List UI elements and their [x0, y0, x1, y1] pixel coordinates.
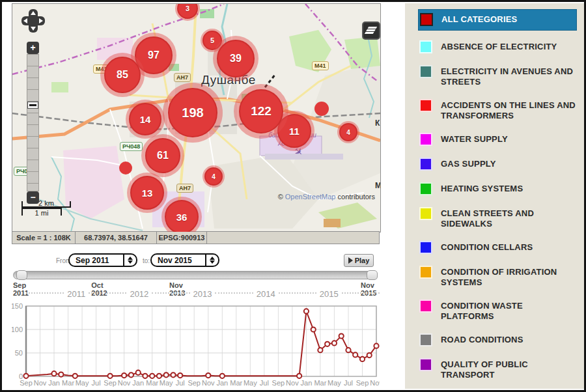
category-item-clean-streets-and-sidewalks[interactable]: CLEAN STREETS AND SIDEWALKS [419, 207, 576, 229]
svg-text:Jul: Jul [260, 379, 269, 387]
category-color-swatch [419, 266, 432, 279]
svg-text:May: May [244, 379, 257, 387]
category-item-absence-of-electricity[interactable]: ABSENCE OF ELECTRICITY [419, 40, 576, 53]
cluster-count: 39 [217, 40, 255, 77]
category-color-swatch [420, 13, 433, 26]
svg-text:Mar: Mar [62, 379, 74, 387]
svg-text:Nov: Nov [286, 379, 299, 387]
svg-text:Jan: Jan [48, 379, 60, 387]
to-date-value: Nov 2015 [152, 256, 205, 265]
svg-text:Jan: Jan [216, 379, 228, 387]
layers-icon [366, 29, 376, 31]
year-axis-label: 2014 [253, 289, 279, 299]
svg-text:Jan: Jan [300, 389, 313, 392]
category-label: ACCIDENTS ON THE LINES AND TRANSFORMERS [441, 99, 576, 121]
map-point-marker[interactable] [314, 102, 329, 116]
svg-text:Jul: Jul [344, 379, 353, 387]
zoom-in-button[interactable]: + [27, 42, 39, 54]
scalebar-mi: 1 mi [21, 208, 62, 216]
status-projection: EPSG:900913 [157, 232, 207, 244]
map-attribution: © OpenStreetMap contributors [278, 193, 375, 201]
time-controls-row: From: Sep 2011 to: Nov 2015 Play [12, 253, 380, 269]
slider-handle-right[interactable] [367, 270, 378, 280]
year-axis: 20112012201320142015 [26, 289, 380, 298]
category-color-swatch [419, 133, 432, 146]
zoom-slider-handle[interactable] [27, 102, 38, 109]
svg-text:May: May [160, 379, 173, 387]
status-coordinates: 68.73974, 38.51647 [76, 232, 157, 244]
category-color-swatch [419, 241, 432, 254]
svg-text:Mar: Mar [61, 389, 76, 392]
svg-text:May: May [328, 379, 341, 387]
category-item-condition-cellars[interactable]: CONDITION CELLARS [419, 241, 576, 254]
pan-left-icon[interactable] [23, 18, 27, 23]
svg-text:Jan: Jan [48, 389, 61, 392]
svg-text:Jan: Jan [132, 379, 144, 387]
category-label: CLEAN STREETS AND SIDEWALKS [441, 207, 576, 229]
category-color-swatch [419, 207, 432, 220]
svg-text:Sep: Sep [103, 389, 117, 392]
category-item-heating-systems[interactable]: HEATING SYSTEMS [419, 182, 576, 195]
svg-text:Nov: Nov [370, 379, 380, 387]
category-label: ROAD CONDITIONS [441, 333, 523, 345]
zoom-out-button[interactable]: − [27, 191, 39, 204]
svg-text:Nov: Nov [369, 389, 380, 392]
cluster-count: 85 [104, 57, 141, 93]
pan-down-icon[interactable] [31, 27, 36, 31]
stepper-arrows-icon[interactable] [123, 255, 136, 266]
issues-timeline-chart: 150100500SepNovJanMarMayJulSepNovJanMarM… [12, 301, 380, 392]
svg-text:Sep: Sep [19, 389, 33, 392]
svg-text:Mar: Mar [314, 379, 326, 387]
category-item-condition-waste-platforms[interactable]: CONDITION WASTE PLATFORMS [419, 300, 576, 322]
cluster-count: 198 [168, 88, 217, 137]
category-color-swatch [419, 358, 432, 371]
svg-text:Nov: Nov [202, 379, 215, 387]
pan-up-icon[interactable] [31, 11, 36, 15]
layer-switcher-button[interactable] [362, 21, 380, 40]
category-label: GAS SUPPLY [441, 158, 496, 169]
cluster-count: 14 [129, 103, 161, 135]
to-date-select[interactable]: Nov 2015 [150, 253, 219, 267]
svg-text:Nov: Nov [117, 389, 132, 392]
category-color-swatch [419, 300, 432, 313]
time-range-slider[interactable] [13, 271, 378, 279]
category-item-all-categories[interactable]: ALL CATEGORIES [418, 9, 577, 31]
category-item-water-supply[interactable]: WATER SUPPLY [419, 133, 576, 146]
svg-text:Jan: Jan [132, 389, 145, 392]
category-item-gas-supply[interactable]: GAS SUPPLY [419, 158, 576, 171]
category-item-electricity-in-avenues-and-streets[interactable]: ELECTRICITY IN AVENUES AND STREETS [419, 65, 576, 87]
stepper-arrows-icon[interactable] [205, 255, 218, 266]
cluster-count: 4 [339, 123, 357, 141]
category-item-condition-of-irrigation-systems[interactable]: CONDITION OF IRRIGATION SYSTEMS [419, 266, 576, 288]
pan-right-icon[interactable] [39, 18, 43, 23]
map-edge-label-k: К [375, 119, 380, 128]
cluster-count: 36 [165, 200, 199, 232]
category-label: CONDITION CELLARS [441, 241, 533, 253]
svg-text:Jan: Jan [301, 379, 313, 387]
cluster-count: 4 [204, 167, 223, 186]
zoom-slider-track[interactable] [27, 54, 39, 191]
svg-text:Nov: Nov [285, 389, 300, 392]
map-point-marker[interactable] [119, 161, 132, 175]
road-label-ah7: АН7 [174, 73, 191, 82]
category-item-accidents-on-the-lines-and-transformers[interactable]: ACCIDENTS ON THE LINES AND TRANSFORMERS [419, 99, 576, 121]
pan-control[interactable] [21, 9, 45, 33]
svg-text:May: May [74, 389, 90, 392]
svg-text:Jul: Jul [174, 389, 186, 392]
year-axis-label: 2011 [64, 289, 89, 299]
svg-text:May: May [76, 379, 89, 387]
category-item-quality-of-public-transport[interactable]: QUALITY OF PUBLIC TRANSPORT [419, 358, 576, 380]
year-axis-label: 2015 [316, 289, 342, 299]
from-date-select[interactable]: Sep 2011 [68, 253, 137, 267]
map-panel[interactable]: ✈ Душанбе М41 М41 РЧ048 РЧ048 АН7 АН7 ба… [12, 3, 381, 232]
play-button[interactable]: Play [344, 254, 374, 267]
copyright-icon: © [278, 193, 283, 201]
svg-text:Nov: Nov [33, 389, 48, 392]
category-color-swatch [419, 65, 432, 78]
category-item-road-conditions[interactable]: ROAD CONDITIONS [419, 333, 576, 346]
map-status-bar: Scale = 1 : 108K 68.73974, 38.51647 EPSG… [12, 231, 380, 244]
svg-text:Sep: Sep [271, 389, 285, 392]
category-color-swatch [419, 158, 432, 171]
openstreetmap-link[interactable]: OpenStreetMap [285, 193, 336, 201]
slider-handle-left[interactable] [16, 270, 27, 280]
